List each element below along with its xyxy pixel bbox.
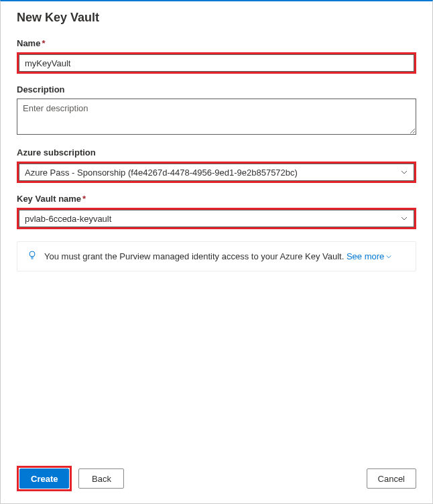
cancel-button[interactable]: Cancel bbox=[367, 468, 416, 489]
lightbulb-icon bbox=[27, 250, 38, 263]
keyvault-label: Key Vault name* bbox=[17, 194, 416, 204]
create-button[interactable]: Create bbox=[19, 468, 69, 489]
dialog-footer: Create Back Cancel bbox=[1, 456, 432, 503]
chevron-down-icon bbox=[400, 168, 408, 176]
subscription-label: Azure subscription bbox=[17, 147, 416, 158]
subscription-select[interactable]: Azure Pass - Sponsorship (f4e4267d-4478-… bbox=[19, 164, 414, 181]
back-button[interactable]: Back bbox=[78, 468, 124, 489]
info-message: You must grant the Purview managed ident… bbox=[17, 241, 416, 271]
subscription-selected-text: Azure Pass - Sponsorship (f4e4267d-4478-… bbox=[25, 168, 298, 178]
create-highlight: Create bbox=[17, 466, 72, 491]
new-key-vault-panel: New Key Vault Name* Description Azure su… bbox=[1, 1, 432, 271]
see-more-text: See more bbox=[347, 251, 384, 261]
name-highlight bbox=[17, 52, 416, 74]
description-input[interactable] bbox=[17, 99, 416, 135]
svg-point-0 bbox=[29, 251, 35, 257]
keyvault-highlight: pvlab-6cceda-keyvault bbox=[17, 208, 416, 229]
dialog-title: New Key Vault bbox=[17, 11, 416, 25]
subscription-field-group: Azure subscription Azure Pass - Sponsors… bbox=[17, 147, 416, 183]
name-field-group: Name* bbox=[17, 38, 416, 74]
description-label: Description bbox=[17, 84, 416, 94]
required-indicator: * bbox=[82, 194, 86, 204]
see-more-link[interactable]: See more bbox=[347, 251, 392, 261]
keyvault-label-text: Key Vault name bbox=[17, 194, 81, 204]
footer-left-buttons: Create Back bbox=[17, 466, 124, 491]
chevron-down-icon bbox=[385, 253, 392, 260]
keyvault-select[interactable]: pvlab-6cceda-keyvault bbox=[19, 210, 414, 227]
info-text-content: You must grant the Purview managed ident… bbox=[44, 251, 347, 261]
chevron-down-icon bbox=[400, 214, 408, 223]
footer-right-buttons: Cancel bbox=[367, 468, 416, 489]
required-indicator: * bbox=[42, 38, 45, 48]
name-label-text: Name bbox=[17, 38, 40, 48]
keyvault-field-group: Key Vault name* pvlab-6cceda-keyvault bbox=[17, 194, 416, 229]
info-text: You must grant the Purview managed ident… bbox=[44, 251, 392, 261]
name-input[interactable] bbox=[19, 54, 414, 72]
description-field-group: Description bbox=[17, 84, 416, 137]
subscription-highlight: Azure Pass - Sponsorship (f4e4267d-4478-… bbox=[17, 162, 416, 183]
keyvault-selected-text: pvlab-6cceda-keyvault bbox=[25, 214, 111, 224]
name-label: Name* bbox=[17, 38, 416, 48]
